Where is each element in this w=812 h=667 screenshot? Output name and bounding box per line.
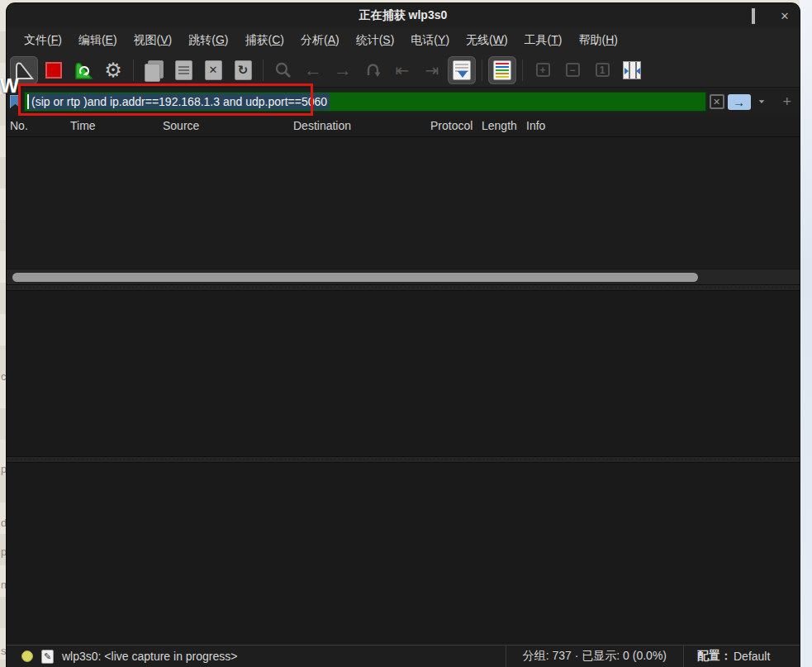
maximize-button[interactable] — [747, 10, 760, 22]
status-left: ✎ wlp3s0: <live capture in progress> — [7, 650, 506, 664]
display-filter-input[interactable]: (sip or rtp )and ip.addr==192.168.1.3 an… — [24, 92, 706, 112]
open-file-button[interactable] — [140, 56, 168, 84]
toolbar-separator — [522, 60, 523, 81]
go-forward-button[interactable]: → — [329, 56, 357, 84]
menu-analyze[interactable]: 分析(A) — [293, 31, 347, 50]
filter-add-button[interactable]: + — [779, 93, 795, 111]
horizontal-scrollbar[interactable] — [7, 269, 800, 284]
menu-telephony[interactable]: 电话(Y) — [403, 31, 457, 50]
packet-details-pane[interactable] — [7, 291, 800, 456]
column-info[interactable]: Info — [526, 119, 545, 132]
save-file-button[interactable] — [169, 56, 197, 84]
menu-capture[interactable]: 捕获(C) — [238, 31, 292, 50]
toolbar-separator — [263, 60, 264, 81]
save-file-icon — [175, 60, 192, 80]
toolbar-separator — [133, 60, 134, 81]
back-arrow-icon: ← — [304, 61, 322, 79]
filter-bar: (sip or rtp )and ip.addr==192.168.1.3 an… — [7, 88, 800, 116]
menu-bar: 文件(F) 编辑(E) 视图(V) 跳转(G) 捕获(C) 分析(A) 统计(S… — [7, 28, 800, 53]
forward-arrow-icon: → — [334, 61, 352, 79]
menu-file[interactable]: 文件(F) — [17, 31, 69, 50]
go-first-packet-button[interactable]: ⇤ — [388, 56, 416, 84]
column-length[interactable]: Length — [482, 119, 517, 132]
window-controls: ✕ — [715, 3, 791, 28]
gear-icon: ⚙ — [104, 60, 122, 80]
wireshark-window: 正在捕获 wlp3s0 ✕ 文件(F) 编辑(E) 视图(V) 跳转(G) 捕获… — [7, 3, 800, 667]
zoom-out-button[interactable]: − — [558, 56, 586, 84]
auto-scroll-icon — [453, 60, 471, 80]
stop-capture-button[interactable] — [40, 56, 68, 84]
packet-list-pane[interactable] — [7, 137, 800, 269]
go-last-packet-button[interactable]: ⇥ — [418, 56, 446, 84]
menu-view[interactable]: 视图(V) — [126, 31, 180, 50]
column-protocol[interactable]: Protocol — [430, 119, 472, 132]
resize-columns-icon — [623, 61, 641, 79]
restart-fin-icon — [73, 60, 94, 81]
zoom-original-button[interactable]: 1 — [588, 56, 616, 84]
pane-splitter[interactable] — [7, 284, 800, 291]
column-time[interactable]: Time — [70, 119, 96, 132]
status-bar: ✎ wlp3s0: <live capture in progress> 分组:… — [7, 645, 800, 667]
zoom-in-button[interactable]: + — [529, 56, 557, 84]
goto-packet-icon — [363, 61, 382, 79]
filter-dropdown-caret[interactable]: ▼ — [754, 98, 770, 104]
menu-wireless[interactable]: 无线(W) — [458, 31, 515, 50]
menu-help[interactable]: 帮助(H) — [572, 31, 625, 50]
close-button[interactable]: ✕ — [778, 10, 791, 22]
restart-capture-button[interactable] — [69, 56, 97, 84]
profile-section[interactable]: 配置： Default — [684, 649, 800, 664]
auto-scroll-toggle[interactable] — [448, 56, 476, 84]
zoom-original-icon: 1 — [596, 63, 610, 77]
colorize-toggle[interactable] — [488, 56, 516, 84]
toolbar-separator — [482, 60, 482, 81]
packet-count-summary: 分组: 737 · 已显示: 0 (0.0%) — [506, 646, 684, 667]
reload-file-button[interactable]: ↻ — [229, 56, 257, 84]
title-bar[interactable]: 正在捕获 wlp3s0 ✕ — [7, 3, 800, 28]
capture-options-button[interactable]: ⚙ — [99, 56, 127, 84]
open-file-icon — [141, 56, 166, 84]
desktop-background-right — [800, 0, 812, 667]
window-title: 正在捕获 wlp3s0 — [359, 8, 448, 23]
resize-columns-button[interactable] — [618, 56, 646, 84]
menu-go[interactable]: 跳转(G) — [181, 31, 235, 50]
main-toolbar: ⚙ ✕ ↻ ← → — [7, 53, 800, 88]
search-icon — [274, 61, 292, 79]
colorize-icon — [493, 60, 511, 80]
capture-comment-icon[interactable]: ✎ — [41, 650, 54, 664]
zoom-in-icon: + — [536, 63, 550, 77]
column-destination[interactable]: Destination — [293, 119, 351, 132]
menu-statistics[interactable]: 统计(S) — [349, 31, 402, 50]
expert-info-icon[interactable] — [21, 650, 33, 662]
stop-square-icon — [45, 62, 62, 79]
column-source[interactable]: Source — [163, 119, 199, 132]
reload-file-icon: ↻ — [235, 60, 252, 80]
go-back-button[interactable]: ← — [299, 56, 327, 84]
go-last-icon: ⇥ — [425, 62, 439, 79]
pane-splitter[interactable] — [7, 456, 800, 463]
go-first-icon: ⇤ — [396, 62, 410, 79]
menu-edit[interactable]: 编辑(E) — [71, 31, 125, 50]
zoom-out-icon: − — [566, 63, 580, 77]
filter-clear-button[interactable]: ✕ — [710, 94, 724, 109]
profile-value: Default — [734, 650, 770, 663]
scrollbar-handle[interactable] — [12, 273, 698, 282]
filter-apply-button[interactable]: → — [728, 94, 751, 110]
desktop-text-fragment: W — [0, 74, 19, 98]
packet-list-header: No. Time Source Destination Protocol Len… — [7, 116, 800, 137]
packet-bytes-pane[interactable] — [7, 463, 800, 645]
go-to-packet-button[interactable] — [359, 56, 387, 84]
filter-text-selected: (sip or rtp )and ip.addr==192.168.1.3 an… — [29, 93, 330, 110]
close-file-button[interactable]: ✕ — [199, 56, 227, 84]
close-file-icon: ✕ — [205, 60, 222, 80]
capture-status-text: wlp3s0: <live capture in progress> — [62, 650, 237, 663]
menu-tools[interactable]: 工具(T) — [517, 31, 570, 50]
find-packet-button[interactable] — [269, 56, 297, 84]
profile-label: 配置： — [697, 649, 732, 664]
column-no[interactable]: No. — [10, 119, 28, 132]
